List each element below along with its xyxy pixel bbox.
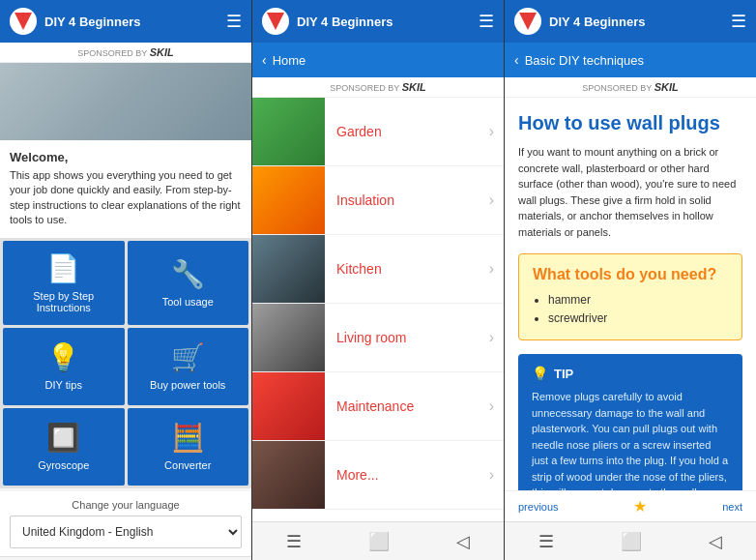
hamburger-menu-panel1[interactable]: ☰ xyxy=(226,11,242,32)
logo-icon3 xyxy=(519,13,537,30)
btn-converter-label: Converter xyxy=(164,459,211,471)
tool-item-hammer: hammer xyxy=(548,291,728,309)
list-label-kitchen: Kitchen xyxy=(325,261,489,277)
tools-list: hammer screwdriver xyxy=(533,291,728,328)
header-panel3: DIY 4 Beginners ☰ xyxy=(505,0,756,43)
list-item-kitchen[interactable]: Kitchen › xyxy=(252,235,504,304)
logo-icon2 xyxy=(267,13,284,30)
app-title-panel3: DIY 4 Beginners xyxy=(549,15,731,29)
welcome-section: Welcome, This app shows you everything y… xyxy=(0,140,251,238)
list-item-garden[interactable]: Garden › xyxy=(252,98,504,166)
prev-button[interactable]: previous xyxy=(518,501,559,513)
tool-icon: 🔧 xyxy=(171,258,205,290)
chevron-garden: › xyxy=(489,123,504,140)
logo-icon xyxy=(15,13,32,30)
list-item-maintenance[interactable]: Maintenance › xyxy=(252,372,504,441)
welcome-heading: Welcome, xyxy=(10,150,242,164)
btn-gyroscope[interactable]: 🔲 Gyroscope xyxy=(3,408,125,486)
thumb-garden xyxy=(252,98,325,165)
language-select[interactable]: United Kingdom - English xyxy=(10,516,242,548)
nav-home-icon3[interactable]: ⬜ xyxy=(621,531,642,552)
hero-bg xyxy=(0,63,251,140)
btn-buy-label: Buy power tools xyxy=(150,379,225,391)
back-nav-label-panel3: Basic DIY techniques xyxy=(525,53,644,68)
nav-menu-icon3[interactable]: ☰ xyxy=(538,531,554,552)
nav-back-icon3[interactable]: ◁ xyxy=(709,531,722,552)
tip-text: Remove plugs carefully to avoid unnecess… xyxy=(532,389,729,490)
back-arrow-panel2: ‹ xyxy=(262,52,267,68)
logo-panel2 xyxy=(262,8,289,35)
step-icon: 📄 xyxy=(46,252,80,284)
chevron-kitchen: › xyxy=(489,260,504,278)
tool-item-screwdriver: screwdriver xyxy=(548,309,728,328)
article-content: How to use wall plugs If you want to mou… xyxy=(505,98,756,490)
tip-heading: 💡 TIP xyxy=(532,366,729,381)
gyroscope-icon: 🔲 xyxy=(46,422,80,454)
article-title: How to use wall plugs xyxy=(518,111,742,134)
nav-home-icon2[interactable]: ⬜ xyxy=(368,531,390,552)
next-button[interactable]: next xyxy=(722,501,742,513)
list-label-living-room: Living room xyxy=(325,330,489,345)
thumb-kitchen xyxy=(252,235,325,303)
list-label-maintenance: Maintenance xyxy=(325,398,489,414)
btn-step-by-step-label: Step by Step Instructions xyxy=(9,290,119,313)
bottom-nav-panel2: ☰ ⬜ ◁ xyxy=(252,521,504,560)
sponsor-brand-panel3: SKIL xyxy=(654,81,679,93)
logo-panel3 xyxy=(514,8,541,35)
list-item-more[interactable]: More... › xyxy=(252,441,504,510)
article-nav: previous ★ next xyxy=(505,490,756,521)
btn-gyroscope-label: Gyroscope xyxy=(38,459,89,471)
btn-step-by-step[interactable]: 📄 Step by Step Instructions xyxy=(3,241,125,325)
bottom-nav-panel1: ☰ ⬜ ◁ xyxy=(0,556,251,560)
category-list: Garden › Insulation › Kitchen › Living r… xyxy=(252,98,504,521)
tools-title: What tools do you need? xyxy=(533,266,728,283)
thumb-insulation xyxy=(252,166,325,234)
thumb-living-room xyxy=(252,304,325,371)
nav-back-icon2[interactable]: ◁ xyxy=(456,531,470,552)
list-label-garden: Garden xyxy=(325,124,489,139)
bottom-nav-panel3: ☰ ⬜ ◁ xyxy=(505,521,756,560)
back-nav-label-panel2: Home xyxy=(273,53,306,68)
sub-header-panel3[interactable]: ‹ Basic DIY techniques xyxy=(505,43,756,77)
app-title-panel1: DIY 4 Beginners xyxy=(44,15,226,29)
chevron-maintenance: › xyxy=(489,398,504,415)
list-item-living-room[interactable]: Living room › xyxy=(252,304,504,372)
list-label-insulation: Insulation xyxy=(325,192,489,208)
thumb-maintenance xyxy=(252,372,325,440)
btn-diy-tips[interactable]: 💡 DIY tips xyxy=(3,328,125,405)
sponsor-brand-panel2: SKIL xyxy=(402,81,426,93)
hero-image xyxy=(0,63,251,140)
btn-converter[interactable]: 🧮 Converter xyxy=(128,408,249,486)
tools-box: What tools do you need? hammer screwdriv… xyxy=(518,253,742,340)
header-panel1: DIY 4 Beginners ☰ xyxy=(0,0,251,43)
hamburger-menu-panel3[interactable]: ☰ xyxy=(731,11,746,32)
sponsor-bar-panel3: SPONSORED BY SKIL xyxy=(505,77,756,98)
language-label: Change your language xyxy=(10,499,242,511)
header-panel2: DIY 4 Beginners ☰ xyxy=(252,0,504,43)
grid-buttons: 📄 Step by Step Instructions 🔧 Tool usage… xyxy=(0,238,251,488)
language-section: Change your language United Kingdom - En… xyxy=(0,491,251,556)
panel-home: DIY 4 Beginners ☰ SPONSORED BY SKIL Welc… xyxy=(0,0,252,560)
chevron-insulation: › xyxy=(489,192,504,209)
panel-list: DIY 4 Beginners ☰ ‹ Home SPONSORED BY SK… xyxy=(252,0,505,560)
converter-icon: 🧮 xyxy=(171,422,205,454)
sub-header-panel2[interactable]: ‹ Home xyxy=(252,43,504,77)
hamburger-menu-panel2[interactable]: ☰ xyxy=(479,11,494,32)
list-label-more: More... xyxy=(325,467,489,483)
thumb-more xyxy=(252,441,325,509)
back-arrow-panel3: ‹ xyxy=(514,52,519,68)
welcome-description: This app shows you everything you need t… xyxy=(10,168,242,228)
btn-tool-usage[interactable]: 🔧 Tool usage xyxy=(128,241,249,325)
sponsor-bar-panel2: SPONSORED BY SKIL xyxy=(252,77,504,98)
list-item-insulation[interactable]: Insulation › xyxy=(252,166,504,235)
app-title-panel2: DIY 4 Beginners xyxy=(297,15,479,29)
nav-menu-icon2[interactable]: ☰ xyxy=(286,531,302,552)
article-body-text: If you want to mount anything on a brick… xyxy=(518,144,742,240)
cart-icon: 🛒 xyxy=(171,341,205,373)
chevron-living-room: › xyxy=(489,329,504,346)
sponsor-brand-panel1: SKIL xyxy=(150,46,174,58)
favorite-star[interactable]: ★ xyxy=(633,497,647,516)
btn-diy-tips-label: DIY tips xyxy=(45,379,82,391)
tip-box: 💡 TIP Remove plugs carefully to avoid un… xyxy=(518,354,742,490)
btn-buy-power-tools[interactable]: 🛒 Buy power tools xyxy=(128,328,249,405)
